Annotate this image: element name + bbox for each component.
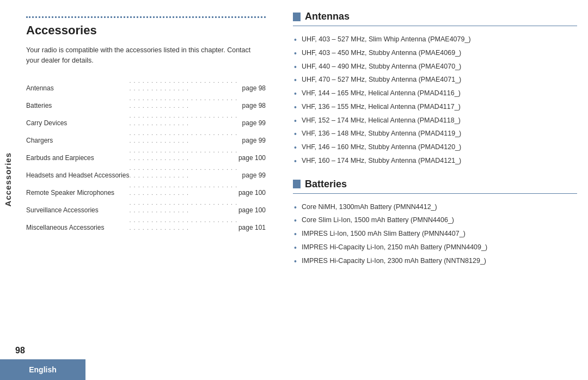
sidebar-label-text: Accessories <box>3 152 13 206</box>
page-container: Accessories Accessories Your radio is co… <box>0 0 588 380</box>
list-item: UHF, 403 – 450 MHz, Stubby Antenna (PMAE… <box>293 46 577 60</box>
list-item: VHF, 144 – 165 MHz, Helical Antenna (PMA… <box>293 87 577 100</box>
list-item: VHF, 160 – 174 MHz, Stubby Antenna (PMAD… <box>293 154 577 168</box>
toc-label: Antennas <box>26 76 129 93</box>
toc-label: Chargers <box>26 128 129 145</box>
toc-label: Carry Devices <box>26 111 129 128</box>
list-item: VHF, 136 – 155 MHz, Helical Antenna (PMA… <box>293 100 577 114</box>
toc-dots-inner: . . . . . . . . . . . . . . . . . . . . … <box>129 217 237 231</box>
list-item: UHF, 470 – 527 MHz, Stubby Antenna (PMAE… <box>293 73 577 87</box>
batteries-list: Core NiMH, 1300mAh Battery (PMNN4412_)Co… <box>293 200 577 268</box>
batteries-heading: Batteries <box>293 179 577 190</box>
toc-page: page 98 <box>238 76 266 93</box>
toc-row: Remote Speaker Microphones. . . . . . . … <box>26 180 266 198</box>
list-item: UHF, 440 – 490 MHz, Stubby Antenna (PMAE… <box>293 60 577 73</box>
toc-dots: . . . . . . . . . . . . . . . . . . . . … <box>129 180 238 198</box>
antennas-heading-text: Antennas <box>305 11 350 22</box>
page-title: Accessories <box>26 23 266 38</box>
toc-label: Batteries <box>26 93 129 111</box>
intro-text: Your radio is compatible with the access… <box>26 45 266 66</box>
list-item: IMPRES Hi-Capacity Li-Ion, 2150 mAh Batt… <box>293 241 577 254</box>
antennas-divider <box>293 26 577 26</box>
toc-label: Surveillance Accessories <box>26 198 129 215</box>
list-item: VHF, 146 – 160 MHz, Stubby Antenna (PMAD… <box>293 140 577 154</box>
toc-table: Antennas. . . . . . . . . . . . . . . . … <box>26 76 266 232</box>
toc-row: Surveillance Accessories. . . . . . . . … <box>26 198 266 215</box>
toc-page: page 100 <box>238 198 266 215</box>
toc-row: Carry Devices. . . . . . . . . . . . . .… <box>26 111 266 128</box>
toc-dots: . . . . . . . . . . . . . . . . . . . . … <box>129 215 238 232</box>
list-item: VHF, 136 – 148 MHz, Stubby Antenna (PMAD… <box>293 127 577 140</box>
toc-page: page 98 <box>238 93 266 111</box>
toc-row: Earbuds and Earpieces. . . . . . . . . .… <box>26 145 266 163</box>
bottom-bar: English <box>0 359 588 380</box>
list-item: Core Slim Li-Ion, 1500 mAh Battery (PMNN… <box>293 213 577 227</box>
toc-dots: . . . . . . . . . . . . . . . . . . . . … <box>129 76 238 93</box>
toc-dots-inner: . . . . . . . . . . . . . . . . . . . . … <box>129 182 237 196</box>
sidebar-label: Accessories <box>0 0 15 359</box>
toc-dots: . . . . . . . . . . . . . . . . . . . . … <box>129 111 238 128</box>
right-column: Antennas UHF, 403 – 527 MHz, Slim Whip A… <box>277 0 588 359</box>
batteries-section: Batteries Core NiMH, 1300mAh Battery (PM… <box>293 179 577 268</box>
page-number: 98 <box>15 346 25 356</box>
toc-dots-inner: . . . . . . . . . . . . . . . . . . . . … <box>129 130 237 144</box>
toc-row: Batteries. . . . . . . . . . . . . . . .… <box>26 93 266 111</box>
toc-dots-inner: . . . . . . . . . . . . . . . . . . . . … <box>129 112 237 126</box>
toc-dots: . . . . . . . . . . . . . . . . . . . . … <box>129 93 238 111</box>
toc-dots-inner: . . . . . . . . . . . . . . . . . . . . … <box>129 77 237 91</box>
toc-dots: . . . . . . . . . . . . . . . . . . . . … <box>129 128 238 145</box>
toc-row: Chargers. . . . . . . . . . . . . . . . … <box>26 128 266 145</box>
toc-page: page 99 <box>238 163 266 180</box>
list-item: IMPRES Li-Ion, 1500 mAh Slim Battery (PM… <box>293 227 577 241</box>
list-item: UHF, 403 – 527 MHz, Slim Whip Antenna (P… <box>293 33 577 46</box>
language-label: English <box>0 359 85 380</box>
toc-dots-inner: . . . . . . . . . . . . . . . . . . . . … <box>129 147 237 161</box>
antennas-heading-bar <box>293 13 301 21</box>
toc-dots-inner: . . . . . . . . . . . . . . . . . . . . … <box>129 199 237 213</box>
toc-label: Miscellaneous Accessories <box>26 215 129 232</box>
toc-page: page 100 <box>238 145 266 163</box>
toc-page: page 99 <box>238 111 266 128</box>
toc-label: Remote Speaker Microphones <box>26 180 129 198</box>
toc-label: Headsets and Headset Accessories <box>26 163 129 180</box>
antennas-heading: Antennas <box>293 11 577 22</box>
toc-dots-inner: . . . . . . . . . . . . . . . . . . . . … <box>129 95 237 109</box>
batteries-divider <box>293 193 577 194</box>
toc-row: Antennas. . . . . . . . . . . . . . . . … <box>26 76 266 93</box>
toc-label: Earbuds and Earpieces <box>26 145 129 163</box>
toc-dots: . . . . . . . . . . . . . . . . . . . . … <box>129 198 238 215</box>
toc-page: page 99 <box>238 128 266 145</box>
list-item: Core NiMH, 1300mAh Battery (PMNN4412_) <box>293 200 577 214</box>
main-content: Accessories Your radio is compatible wit… <box>15 0 588 359</box>
dotted-top-border <box>26 16 266 18</box>
list-item: IMPRES Hi-Capacity Li-Ion, 2300 mAh Batt… <box>293 254 577 268</box>
batteries-heading-text: Batteries <box>305 179 347 190</box>
batteries-heading-bar <box>293 180 301 188</box>
toc-dots: . . . . . . . . . . . . . . . . . . . . … <box>129 163 238 180</box>
toc-page: page 100 <box>238 180 266 198</box>
toc-dots: . . . . . . . . . . . . . . . . . . . . … <box>129 145 238 163</box>
antennas-list: UHF, 403 – 527 MHz, Slim Whip Antenna (P… <box>293 33 577 168</box>
left-column: Accessories Your radio is compatible wit… <box>15 0 277 359</box>
toc-row: Miscellaneous Accessories. . . . . . . .… <box>26 215 266 232</box>
toc-dots-inner: . . . . . . . . . . . . . . . . . . . . … <box>129 164 237 179</box>
list-item: VHF, 152 – 174 MHz, Helical Antenna (PMA… <box>293 114 577 127</box>
toc-page: page 101 <box>238 215 266 232</box>
toc-row: Headsets and Headset Accessories. . . . … <box>26 163 266 180</box>
